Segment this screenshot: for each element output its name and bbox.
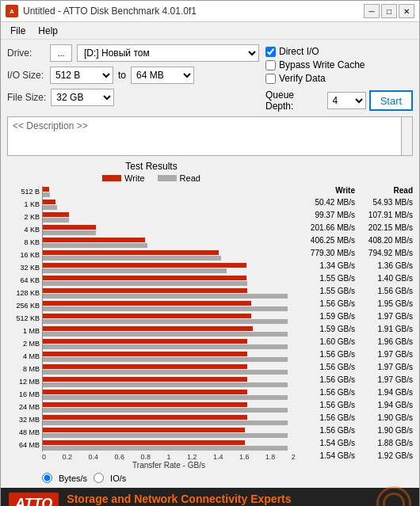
title-bar-left: A Untitled - ATTO Disk Benchmark 4.01.0f… xyxy=(6,5,197,17)
io-radio[interactable] xyxy=(94,473,104,483)
bar-pair xyxy=(43,224,296,236)
values-rows: 50.42 MB/s54.93 MB/s99.37 MB/s107.91 MB/… xyxy=(299,196,413,462)
bars-area xyxy=(42,186,296,451)
bar-write xyxy=(43,440,245,445)
drive-select[interactable]: [D:] Новый том xyxy=(77,44,259,62)
x-tick: 1.6 xyxy=(239,453,250,461)
row-label: 4 KB xyxy=(7,224,40,236)
menu-bar: File Help xyxy=(1,22,419,40)
verify-data-checkbox[interactable] xyxy=(265,74,276,84)
description-box: << Description >> xyxy=(7,116,413,156)
file-size-select[interactable]: 32 GB xyxy=(51,89,114,106)
bar-pair xyxy=(43,300,296,312)
tagline-text: Storage and Network Connectivity Experts xyxy=(67,493,291,505)
bypass-write-cache-checkbox[interactable] xyxy=(265,60,276,70)
write-value: 1.55 GB/s xyxy=(299,274,355,283)
value-row: 1.56 GB/s1.90 GB/s xyxy=(299,412,413,424)
read-value: 1.94 GB/s xyxy=(357,401,413,409)
value-row: 201.66 MB/s202.15 MB/s xyxy=(299,222,413,234)
value-row: 406.25 MB/s408.20 MB/s xyxy=(299,234,413,246)
bar-write xyxy=(43,314,251,318)
bar-write xyxy=(43,352,247,356)
row-label: 48 MB xyxy=(7,427,40,439)
write-value: 201.66 MB/s xyxy=(299,223,355,232)
row-label: 8 MB xyxy=(7,363,40,375)
menu-help[interactable]: Help xyxy=(32,24,64,38)
verify-data-row: Verify Data xyxy=(265,73,413,84)
row-label: 8 KB xyxy=(7,237,40,249)
bytes-radio[interactable] xyxy=(42,473,52,483)
write-value: 50.42 MB/s xyxy=(299,198,355,207)
bar-write xyxy=(43,390,247,394)
write-value: 1.56 GB/s xyxy=(299,388,355,397)
bar-pair xyxy=(43,211,296,223)
io-size-row: I/O Size: 512 B to 64 MB xyxy=(7,67,259,84)
bar-pair xyxy=(43,363,296,375)
x-axis-label: Transfer Rate - GB/s xyxy=(42,461,296,470)
values-header: Write Read xyxy=(299,161,413,195)
value-row: 1.56 GB/s1.90 GB/s xyxy=(299,424,413,436)
bar-read xyxy=(43,395,288,400)
io-size-to-select[interactable]: 64 MB xyxy=(131,67,194,84)
bar-read xyxy=(43,306,288,311)
main-content: Drive: ... [D:] Новый том I/O Size: 512 … xyxy=(1,40,419,488)
legend-read: Read xyxy=(158,173,200,183)
read-value: 1.36 GB/s xyxy=(357,261,413,270)
read-value: 54.93 MB/s xyxy=(357,198,413,207)
x-axis: 00.20.40.60.811.21.41.61.82 xyxy=(42,451,296,461)
legend-read-label: Read xyxy=(180,173,200,183)
results-area: Test Results Write Read 512 B1 KB2 KB4 K… xyxy=(7,161,413,483)
row-label: 12 MB xyxy=(7,376,40,388)
maximize-button[interactable]: □ xyxy=(381,4,397,18)
write-value: 1.34 GB/s xyxy=(299,261,355,270)
write-value: 779.30 MB/s xyxy=(299,249,355,257)
row-label: 64 MB xyxy=(7,439,40,451)
atto-logo: ATTO xyxy=(9,493,59,507)
io-size-from-select[interactable]: 512 B xyxy=(50,67,113,84)
bar-read xyxy=(43,382,288,387)
x-tick: 1.2 xyxy=(187,453,197,461)
bar-pair xyxy=(43,389,296,401)
legend-write: Write xyxy=(102,173,144,183)
bar-read xyxy=(43,344,288,349)
read-value: 1.97 GB/s xyxy=(357,350,413,359)
row-labels: 512 B1 KB2 KB4 KB8 KB16 KB32 KB64 KB128 … xyxy=(7,186,42,451)
values-panel: Write Read 50.42 MB/s54.93 MB/s99.37 MB/… xyxy=(296,161,413,483)
write-value: 1.56 GB/s xyxy=(299,299,355,308)
description-scrollbar[interactable] xyxy=(401,117,412,155)
bar-read xyxy=(43,408,288,413)
queue-depth-select[interactable]: 4 xyxy=(327,92,366,109)
io-size-label: I/O Size: xyxy=(7,70,45,81)
direct-io-checkbox[interactable] xyxy=(265,47,276,57)
bar-write xyxy=(43,250,219,255)
legend-write-label: Write xyxy=(124,173,144,183)
value-row: 99.37 MB/s107.91 MB/s xyxy=(299,209,413,221)
x-tick: 0.2 xyxy=(62,453,72,461)
legend-read-color xyxy=(158,175,177,181)
read-value: 1.97 GB/s xyxy=(357,363,413,371)
menu-file[interactable]: File xyxy=(4,24,32,38)
value-row: 1.59 GB/s1.97 GB/s xyxy=(299,310,413,322)
bar-write xyxy=(43,326,253,331)
bar-write xyxy=(43,276,246,280)
write-value: 1.56 GB/s xyxy=(299,350,355,359)
bar-pair xyxy=(43,249,296,261)
value-row: 1.56 GB/s1.97 GB/s xyxy=(299,374,413,386)
value-row: 1.60 GB/s1.96 GB/s xyxy=(299,336,413,348)
radio-group: Bytes/s IO/s xyxy=(42,473,296,483)
read-value: 794.92 MB/s xyxy=(357,249,413,257)
row-label: 1 MB xyxy=(7,325,40,337)
drive-browse-button[interactable]: ... xyxy=(50,44,72,62)
value-row: 1.34 GB/s1.36 GB/s xyxy=(299,260,413,272)
read-value: 1.97 GB/s xyxy=(357,312,413,321)
start-button[interactable]: Start xyxy=(369,90,413,111)
value-row: 1.56 GB/s1.97 GB/s xyxy=(299,348,413,360)
bar-read xyxy=(43,281,247,286)
value-row: 50.42 MB/s54.93 MB/s xyxy=(299,196,413,208)
close-button[interactable]: ✕ xyxy=(399,4,414,18)
minimize-button[interactable]: ─ xyxy=(364,4,380,18)
bar-read xyxy=(43,357,288,362)
bar-pair xyxy=(43,313,296,325)
bar-read xyxy=(43,243,147,248)
bar-pair xyxy=(43,351,296,363)
